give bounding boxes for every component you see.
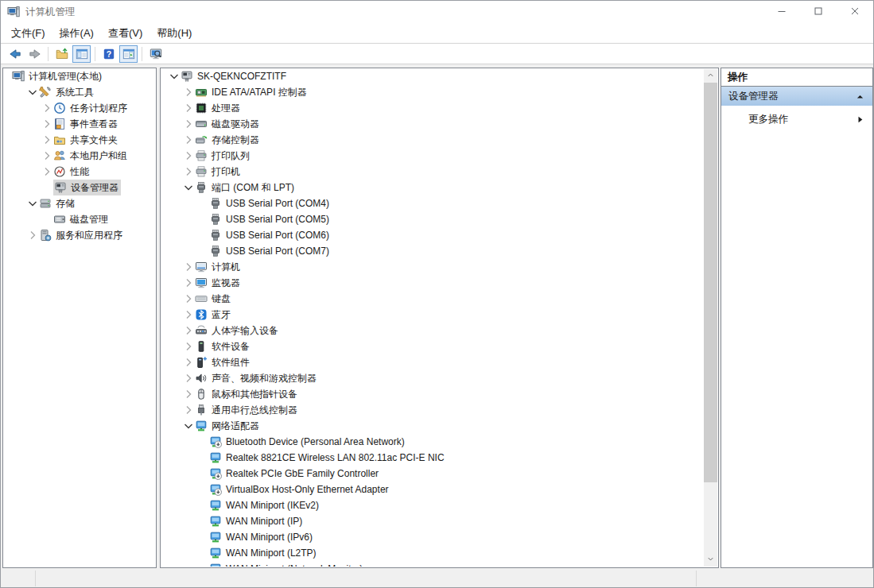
expander-collapsed-icon[interactable] (182, 356, 195, 369)
tree-item-label: 网络适配器 (212, 420, 259, 433)
action-pane-toggle[interactable] (119, 45, 138, 63)
device-bluetooth-pan[interactable]: Bluetooth Device (Personal Area Network) (161, 434, 704, 450)
minimize-button[interactable] (763, 1, 800, 23)
tree-item-label: USB Serial Port (COM4) (226, 198, 329, 209)
expander-expanded-icon[interactable] (168, 70, 181, 83)
scroll-down-button[interactable] (704, 553, 717, 567)
sidebar-item-device-manager[interactable]: 设备管理器 (4, 180, 155, 195)
category-disk-drives[interactable]: 磁盘驱动器 (161, 116, 704, 132)
actions-section-device-manager[interactable]: 设备管理器 (721, 87, 872, 106)
category-usb-controllers[interactable]: 通用串行总线控制器 (161, 402, 704, 418)
sidebar-item-computer-management-root[interactable]: 计算机管理(本地) (4, 68, 155, 84)
expander-collapsed-icon[interactable] (182, 102, 195, 114)
menu-file[interactable]: 文件(F) (4, 23, 52, 43)
expander-collapsed-icon[interactable] (182, 340, 195, 353)
expander-collapsed-icon[interactable] (182, 324, 195, 337)
vertical-scrollbar[interactable] (704, 69, 717, 567)
win-max-icon (812, 5, 825, 20)
console-tree-toggle[interactable] (72, 45, 91, 63)
expander-collapsed-icon[interactable] (182, 118, 195, 130)
back-button[interactable] (6, 45, 24, 63)
up-one-level-button[interactable] (52, 45, 71, 63)
sidebar-item-event-viewer[interactable]: 事件查看器 (4, 116, 155, 132)
sidebar-item-shared-folders[interactable]: 共享文件夹 (4, 132, 155, 148)
category-network-adapters[interactable]: 网络适配器 (161, 418, 704, 434)
expander-expanded-icon[interactable] (26, 197, 39, 210)
close-button[interactable] (837, 1, 873, 23)
category-monitors[interactable]: 监视器 (161, 275, 704, 291)
expander-collapsed-icon[interactable] (182, 388, 195, 400)
device-wan-ikev2[interactable]: WAN Miniport (IKEv2) (161, 497, 704, 513)
category-keyboards[interactable]: 键盘 (161, 291, 704, 307)
expander-collapsed-icon[interactable] (182, 165, 195, 178)
more-actions-label: 更多操作 (748, 113, 855, 126)
scroll-up-button[interactable] (704, 69, 717, 83)
expander-collapsed-icon[interactable] (182, 372, 195, 385)
sidebar-item-local-users-groups[interactable]: 本地用户和组 (4, 148, 155, 164)
tree-item-label: VirtualBox Host-Only Ethernet Adapter (226, 484, 389, 495)
expander-collapsed-icon[interactable] (41, 165, 53, 178)
category-bluetooth[interactable]: 蓝牙 (161, 307, 704, 323)
category-software-components[interactable]: 软件组件 (161, 354, 704, 370)
category-computer[interactable]: 计算机 (161, 259, 704, 275)
device-usb-serial-com7[interactable]: USB Serial Port (COM7) (161, 243, 704, 259)
category-sound-controllers[interactable]: 声音、视频和游戏控制器 (161, 370, 704, 386)
category-storage-controllers[interactable]: 存储控制器 (161, 132, 704, 148)
category-hid[interactable]: 人体学输入设备 (161, 323, 704, 338)
device-usb-serial-com6[interactable]: USB Serial Port (COM6) (161, 227, 704, 243)
scrollbar-thumb[interactable] (704, 83, 717, 482)
category-mice[interactable]: 鼠标和其他指针设备 (161, 386, 704, 402)
sidebar-item-performance[interactable]: 性能 (4, 164, 155, 180)
expander-expanded-icon[interactable] (182, 420, 195, 432)
device-wan-ip[interactable]: WAN Miniport (IP) (161, 513, 704, 529)
menu-action[interactable]: 操作(A) (52, 23, 101, 43)
more-actions-item[interactable]: 更多操作 (721, 110, 872, 129)
category-ide-controllers[interactable]: IDE ATA/ATAPI 控制器 (161, 84, 704, 100)
category-processors[interactable]: 处理器 (161, 100, 704, 116)
sidebar-item-system-tools[interactable]: 系统工具 (4, 84, 155, 100)
expander-expanded-icon[interactable] (182, 181, 195, 194)
arrow-back-icon (9, 48, 21, 60)
expander-collapsed-icon[interactable] (182, 133, 195, 146)
forward-button[interactable] (25, 45, 44, 63)
category-printers[interactable]: 打印机 (161, 164, 704, 180)
ide-icon (195, 86, 208, 99)
expander-collapsed-icon[interactable] (182, 277, 195, 289)
expander-collapsed-icon[interactable] (26, 229, 39, 242)
expander-collapsed-icon[interactable] (182, 308, 195, 321)
device-wan-ipv6[interactable]: WAN Miniport (IPv6) (161, 529, 704, 545)
maximize-button[interactable] (800, 1, 837, 23)
device-realtek-wireless[interactable]: Realtek 8821CE Wireless LAN 802.11ac PCI… (161, 450, 704, 466)
help-button[interactable]: ? (99, 45, 118, 63)
category-print-queues[interactable]: 打印队列 (161, 148, 704, 164)
expander-collapsed-icon[interactable] (41, 102, 53, 114)
device-usb-serial-com4[interactable]: USB Serial Port (COM4) (161, 195, 704, 211)
sidebar-item-disk-management[interactable]: 磁盘管理 (4, 211, 155, 227)
expander-expanded-icon[interactable] (26, 86, 39, 99)
expander-collapsed-icon[interactable] (182, 261, 195, 273)
device-virtualbox-adapter[interactable]: VirtualBox Host-Only Ethernet Adapter (161, 482, 704, 497)
device-realtek-gbe[interactable]: Realtek PCIe GbE Family Controller (161, 466, 704, 482)
category-software-devices[interactable]: 软件设备 (161, 338, 704, 354)
root-computer-node[interactable]: SK-QEKNCOFZTITF (161, 68, 704, 84)
scan-hardware-changes-button[interactable] (146, 45, 165, 63)
expander-collapsed-icon[interactable] (41, 149, 53, 162)
network-icon (209, 451, 222, 464)
expander-collapsed-icon[interactable] (41, 133, 53, 146)
expander-collapsed-icon[interactable] (182, 292, 195, 305)
expander-collapsed-icon[interactable] (182, 404, 195, 416)
sidebar-item-services-apps[interactable]: 服务和应用程序 (4, 227, 155, 243)
menu-help[interactable]: 帮助(H) (150, 23, 199, 43)
device-usb-serial-com5[interactable]: USB Serial Port (COM5) (161, 211, 704, 227)
menu-view[interactable]: 查看(V) (101, 23, 150, 43)
device-wan-l2tp[interactable]: WAN Miniport (L2TP) (161, 545, 704, 561)
sidebar-item-task-scheduler[interactable]: 任务计划程序 (4, 100, 155, 116)
computer-node-icon (195, 261, 208, 273)
expander-collapsed-icon[interactable] (182, 86, 195, 99)
sidebar-item-storage[interactable]: 存储 (4, 195, 155, 211)
collapse-section-icon[interactable] (855, 91, 865, 102)
device-wan-network-monitor[interactable]: WAN Miniport (Network Monitor) (161, 561, 704, 567)
expander-collapsed-icon[interactable] (41, 118, 53, 130)
expander-collapsed-icon[interactable] (182, 149, 195, 162)
category-ports-com-lpt[interactable]: 端口 (COM 和 LPT) (161, 180, 704, 195)
